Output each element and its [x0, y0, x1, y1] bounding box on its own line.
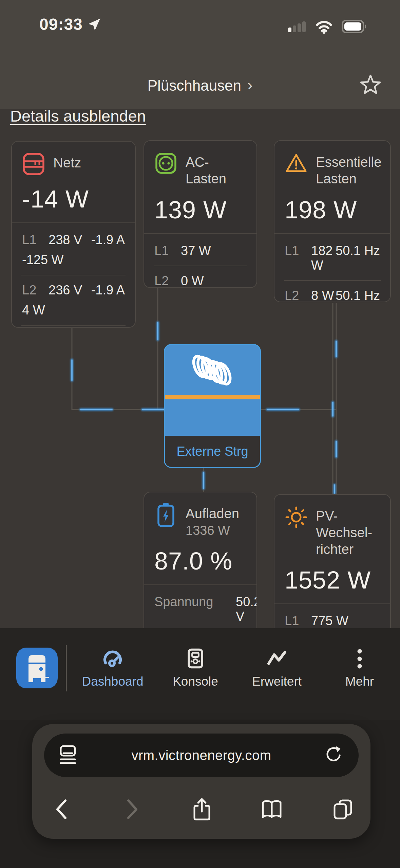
battery-card: Aufladen 1336 W 87.0 % Spannung 50.23 V …: [144, 492, 257, 628]
phase-row: L1 182 W 50.1 Hz: [284, 236, 381, 280]
back-button[interactable]: [49, 798, 74, 820]
grid-icon: [22, 152, 45, 176]
card-title: PV-Wechsel-richter: [316, 505, 380, 557]
share-icon[interactable]: [190, 798, 214, 820]
grid-card: Netz -14 W L1 238 V -1.9 A -125 W L2 236…: [11, 141, 136, 328]
phase-row: L1 775 W: [284, 606, 381, 628]
tab-label: Erweitert: [252, 674, 302, 689]
app-header: 09:33 Plüs: [0, 0, 400, 109]
console-icon: [185, 648, 206, 670]
wifi-icon: [315, 19, 334, 34]
iphone-screen: 09:33 Plüs: [0, 0, 400, 868]
phase-row: L2 8 W 50.1 Hz: [284, 280, 381, 302]
battery-charging-icon: [154, 503, 177, 527]
battery-row: Spannung 50.23 V: [154, 587, 247, 628]
reload-icon[interactable]: [325, 745, 344, 765]
warning-triangle-icon: [285, 151, 308, 176]
phase-row: L1 37 W: [154, 236, 247, 266]
victron-logo: [165, 345, 260, 395]
installation-app-icon[interactable]: [16, 648, 58, 688]
dashboard-content: Details ausblenden: [0, 109, 400, 628]
inverter-device-box[interactable]: Externe Strg: [164, 344, 261, 468]
bookmarks-icon[interactable]: [260, 798, 284, 820]
tab-konsole[interactable]: Konsole: [158, 648, 233, 689]
tab-erweitert[interactable]: Erweitert: [240, 648, 314, 689]
ac-loads-card: AC-Lasten 139 W L1 37 W L2 0 W L3 103 W: [144, 140, 257, 288]
essential-loads-card: EssentielleLasten 198 W L1 182 W 50.1 Hz…: [274, 140, 391, 302]
address-bar[interactable]: vrm.victronenergy.com: [44, 734, 359, 777]
phase-row: L2 0 W: [154, 266, 247, 288]
forward-button[interactable]: [120, 798, 145, 820]
url-text[interactable]: vrm.victronenergy.com: [78, 748, 325, 763]
essential-loads-value: 198 W: [285, 196, 380, 224]
chevron-right-icon: ›: [247, 76, 252, 94]
location-arrow-icon: [87, 17, 102, 32]
browser-toolbar-card: vrm.victronenergy.com: [32, 724, 370, 839]
tab-label: Mehr: [345, 674, 374, 689]
battery-icon: [341, 19, 368, 34]
tab-dashboard[interactable]: Dashboard: [75, 648, 150, 689]
gauge-icon: [101, 648, 124, 670]
grid-power-value: -14 W: [22, 185, 125, 213]
page-settings-icon[interactable]: [59, 745, 78, 766]
site-selector[interactable]: Plüschhausen ›: [0, 72, 400, 99]
tabs-icon[interactable]: [330, 798, 355, 820]
sun-icon: [285, 505, 308, 529]
tab-label: Konsole: [173, 674, 218, 689]
chart-line-icon: [266, 648, 288, 670]
status-time: 09:33: [39, 15, 102, 34]
kebab-menu-icon: [356, 648, 364, 670]
safari-bottom-chrome: vrm.victronenergy.com: [0, 720, 400, 868]
battery-soc-value: 87.0 %: [154, 547, 246, 575]
ac-loads-value: 139 W: [154, 196, 246, 224]
tab-mehr[interactable]: Mehr: [322, 648, 397, 689]
tab-label: Dashboard: [82, 674, 143, 689]
status-icons: [288, 19, 368, 34]
card-title: AC-Lasten: [186, 151, 246, 187]
clock-text: 09:33: [39, 15, 83, 34]
phase-row: L2 236 V -1.9 A 4 W: [21, 275, 126, 325]
tab-bar-divider: [66, 645, 67, 691]
card-title: Aufladen 1336 W: [186, 503, 239, 538]
phase-row: L3 236 V 2.2 A 108 W: [21, 325, 126, 328]
multiplus-device-icon: [25, 654, 49, 682]
socket-icon: [154, 151, 177, 176]
battery-power: 1336 W: [186, 523, 239, 538]
phase-row: L1 238 V -1.9 A -125 W: [21, 225, 126, 275]
card-title: Netz: [53, 152, 81, 171]
card-title: EssentielleLasten: [316, 151, 381, 187]
app-tab-bar: Dashboard Konsole Erweitert: [0, 628, 400, 720]
inverter-mode-label: Externe Strg: [165, 436, 260, 467]
orange-stripe: [165, 395, 260, 399]
favorite-star-icon[interactable]: [359, 73, 382, 96]
site-name: Plüschhausen: [148, 77, 241, 94]
pv-power-value: 1552 W: [285, 566, 380, 594]
device-body: [165, 399, 260, 437]
pv-inverter-card: PV-Wechsel-richter 1552 W L1 775 W L2 34…: [274, 494, 391, 628]
cellular-signal-icon: [288, 20, 307, 33]
